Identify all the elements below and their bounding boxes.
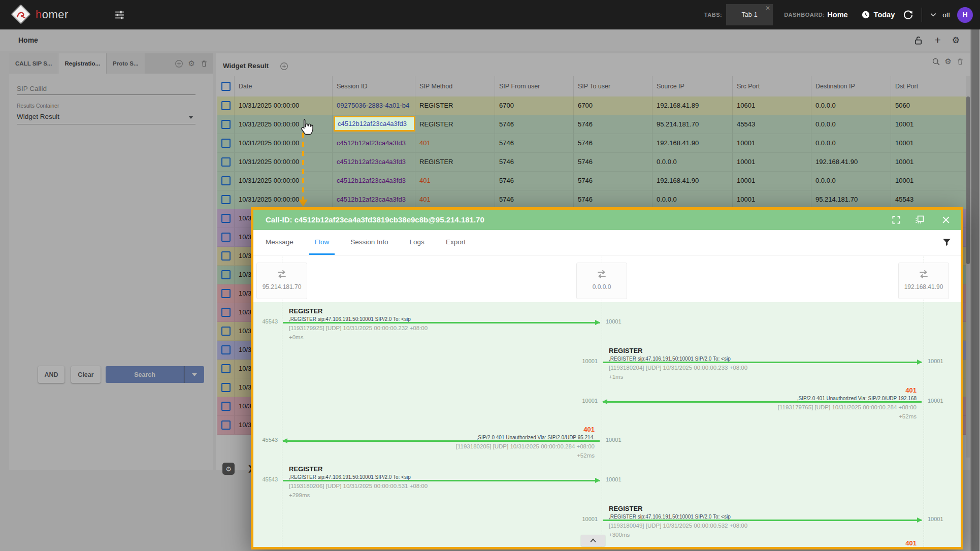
dashboard-name[interactable]: Home <box>827 11 847 19</box>
close-icon[interactable] <box>941 215 951 225</box>
flow-right-port: 10001 <box>606 318 622 325</box>
actor-ip-label: 95.214.181.70 <box>263 283 302 290</box>
tab-1-label: Tab-1 <box>742 11 758 18</box>
flow-right-port: 10001 <box>606 437 622 443</box>
flow-message-delta: +52ms <box>577 452 595 459</box>
flow-left-port: 45543 <box>262 437 278 443</box>
clock-icon <box>861 10 870 19</box>
flow-left-port: 45543 <box>262 476 278 482</box>
tabs-label: TABS: <box>704 12 722 18</box>
flow-message-method: 401 <box>583 426 595 433</box>
time-range-button[interactable]: Today <box>861 10 895 19</box>
flow-message-delta: +300ms <box>609 532 630 538</box>
user-avatar[interactable]: H <box>957 7 973 23</box>
flow-message-meta: [1193180049] [UDP] 10/31/2025 00:00:00.5… <box>609 523 747 529</box>
flow-actor-card[interactable]: 95.214.181.70 <box>256 263 307 299</box>
scroll-up-button[interactable] <box>581 535 605 546</box>
transfer-arrows-icon <box>275 268 288 280</box>
tune-icon[interactable] <box>114 10 125 20</box>
chevron-up-icon <box>589 537 597 543</box>
flow-arrowhead-icon <box>917 517 922 523</box>
flow-arrowhead-icon <box>282 438 287 443</box>
flow-left-port: 10001 <box>582 358 598 364</box>
flow-arrow <box>603 520 922 521</box>
flow-message-meta: [1193179925] [UDP] 10/31/2025 00:00:00.2… <box>289 325 428 331</box>
navbar-right-cluster: TABS: Tab-1 ✕ DASHBOARD: Home Today off <box>704 4 980 25</box>
mouse-cursor-hand-icon <box>298 118 314 137</box>
flow-message-detail: ,REGISTER sip:47.106.191.50:10001 SIP/2.… <box>609 356 731 362</box>
flow-message-detail: ,REGISTER sip:47.106.191.50:10001 SIP/2.… <box>289 474 411 480</box>
flow-arrowhead-icon <box>595 320 600 325</box>
refresh-icon[interactable] <box>903 10 913 20</box>
click-trail-dashed-line <box>302 133 304 201</box>
call-flow-modal: Call-ID: c4512b12af23ca4a3fd3819cb38e9c8… <box>251 207 963 549</box>
flow-diagram-area <box>253 302 961 547</box>
modal-tab[interactable]: Logs <box>404 230 430 255</box>
flow-lifeline <box>282 256 282 547</box>
flow-message-method: REGISTER <box>609 347 642 354</box>
modal-tab[interactable]: Session Info <box>345 230 394 255</box>
top-navbar: homer TABS: Tab-1 ✕ DASHBOARD: Home Toda… <box>0 0 980 29</box>
close-tab-icon[interactable]: ✕ <box>765 5 770 12</box>
call-id-title: Call-ID: c4512b12af23ca4a3fd3819cb38e9c8… <box>266 210 484 230</box>
highlighted-session-id-link[interactable]: c4512b12af23ca4a3fd3 <box>335 117 414 130</box>
modal-inner: Call-ID: c4512b12af23ca4a3fd3819cb38e9c8… <box>253 210 961 547</box>
flow-actor-card[interactable]: 192.168.41.90 <box>898 263 949 299</box>
copy-window-icon[interactable] <box>914 215 925 225</box>
brand-rest: omer <box>42 8 69 21</box>
homer-logo[interactable] <box>11 5 31 25</box>
modal-tabbar: MessageFlowSession InfoLogsExport <box>253 230 961 255</box>
flow-arrow <box>283 480 600 481</box>
flow-message-delta: +52ms <box>899 413 917 419</box>
flow-arrowhead-icon <box>602 399 607 404</box>
flow-right-port: 10001 <box>928 398 943 404</box>
flow-message-delta: +299ms <box>289 492 310 498</box>
flow-arrowhead-icon <box>595 478 600 483</box>
flow-message-meta: [1193180205] [UDP] 10/31/2025 00:00:00.2… <box>456 443 595 449</box>
filter-icon[interactable] <box>942 237 952 248</box>
time-range-label: Today <box>874 11 895 19</box>
fullscreen-icon[interactable] <box>891 215 901 225</box>
flow-right-port: 10001 <box>606 476 622 482</box>
flow-next-message-partial[interactable]: 401 <box>905 539 917 547</box>
flow-message-method: REGISTER <box>609 505 642 512</box>
toggle-off-label[interactable]: off <box>942 11 950 19</box>
homer-app-window: homer TABS: Tab-1 ✕ DASHBOARD: Home Toda… <box>0 0 980 551</box>
actor-ip-label: 192.168.41.90 <box>904 283 943 290</box>
flow-message-method: REGISTER <box>289 307 322 315</box>
click-trail-arrow <box>299 200 308 207</box>
flow-message-delta: +0ms <box>289 334 303 340</box>
navbar-divider <box>922 8 922 22</box>
modal-header: Call-ID: c4512b12af23ca4a3fd3819cb38e9c8… <box>253 210 961 230</box>
flow-message-method: 401 <box>905 386 917 394</box>
modal-tab[interactable]: Message <box>260 230 299 255</box>
brand-name: homer <box>36 8 69 21</box>
flow-left-port: 45543 <box>262 318 278 325</box>
flow-message-method: REGISTER <box>289 465 322 473</box>
brand-first-letter: h <box>36 8 42 21</box>
flow-right-port: 10001 <box>928 516 943 522</box>
flow-arrow <box>603 401 922 403</box>
flow-message-detail: ,SIP/2.0 401 Unauthorized Via: SIP/2.0/U… <box>476 435 595 440</box>
modal-tab[interactable]: Export <box>440 230 471 255</box>
flow-message-detail: ,SIP/2.0 401 Unauthorized Via: SIP/2.0/U… <box>797 396 917 401</box>
flow-message-meta: [1193180204] [UDP] 10/31/2025 00:00:00.2… <box>609 365 747 371</box>
transfer-arrows-icon <box>917 268 930 280</box>
flow-arrow <box>283 322 600 323</box>
flow-arrow <box>603 362 922 363</box>
modal-tab[interactable]: Flow <box>309 230 335 255</box>
flow-lifeline <box>924 256 924 547</box>
actor-ip-label: 0.0.0.0 <box>593 283 611 290</box>
flow-message-meta: [1193180206] [UDP] 10/31/2025 00:00:00.5… <box>289 483 428 489</box>
flow-arrow <box>283 440 600 442</box>
transfer-arrows-icon <box>595 268 608 280</box>
flow-message-detail: ,REGISTER sip:47.106.191.50:10001 SIP/2.… <box>289 316 411 322</box>
flow-actor-card[interactable]: 0.0.0.0 <box>576 263 627 299</box>
flow-message-detail: ,REGISTER sip:47.106.191.50:10001 SIP/2.… <box>609 514 731 520</box>
chevron-down-icon[interactable] <box>929 11 937 19</box>
flow-message-meta: [1193179765] [UDP] 10/31/2025 00:00:00.2… <box>778 404 917 410</box>
highlighted-session-id-cell[interactable]: c4512b12af23ca4a3fd3 <box>334 116 415 132</box>
dashboard-tab-1[interactable]: Tab-1 ✕ <box>726 4 773 25</box>
dashboard-label: DASHBOARD: <box>784 12 825 18</box>
flow-right-port: 10001 <box>928 358 943 364</box>
